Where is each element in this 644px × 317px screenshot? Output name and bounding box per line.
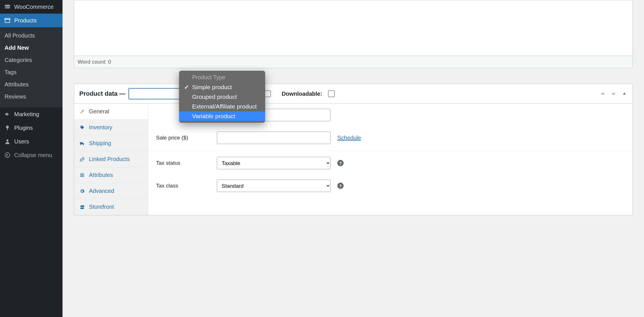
sidebar-item-label: Plugins <box>14 125 33 131</box>
schedule-link[interactable]: Schedule <box>337 135 361 141</box>
archive-icon <box>4 17 11 24</box>
svg-point-4 <box>6 139 8 141</box>
woocommerce-icon: WOO <box>4 3 11 10</box>
sale-price-input[interactable] <box>217 132 331 144</box>
sidebar-item-users[interactable]: Users <box>0 135 63 148</box>
downloadable-label: Downloadable: <box>282 91 322 97</box>
dropdown-option-grouped[interactable]: Grouped product <box>179 92 265 102</box>
svg-rect-2 <box>5 19 10 22</box>
sidebar-item-marketing[interactable]: Marketing <box>0 107 63 121</box>
panel-title: Product data — <box>79 90 126 97</box>
submenu-reviews[interactable]: Reviews <box>0 91 63 103</box>
wrench-icon <box>79 109 85 114</box>
panel-title-dash: — <box>117 90 125 97</box>
svg-point-5 <box>5 153 10 158</box>
admin-sidebar: WOO WooCommerce Products All Products Ad… <box>0 0 63 317</box>
editor-box: Word count: 0 <box>74 0 633 68</box>
plug-icon <box>4 124 11 131</box>
submenu-tags[interactable]: Tags <box>0 66 63 78</box>
sidebar-item-label: WooCommerce <box>14 4 54 10</box>
tab-label: General <box>89 108 109 115</box>
tab-label: Advanced <box>89 188 114 194</box>
tab-label: Attributes <box>89 172 113 178</box>
dropdown-option-variable[interactable]: Variable product <box>179 111 265 121</box>
main-content: Word count: 0 Product data — ? | Virtual… <box>63 0 644 317</box>
tax-class-label: Tax class <box>156 183 210 189</box>
tab-advanced[interactable]: Advanced <box>74 183 148 199</box>
sidebar-item-woocommerce[interactable]: WOO WooCommerce <box>0 0 63 14</box>
tab-linked-products[interactable]: Linked Products <box>74 151 148 167</box>
tab-label: Storefront <box>89 204 114 210</box>
sidebar-item-label: Users <box>14 138 29 145</box>
tab-general[interactable]: General <box>74 104 148 120</box>
submenu-all-products[interactable]: All Products <box>0 30 63 42</box>
submenu-attributes[interactable]: Attributes <box>0 78 63 91</box>
collapse-icon <box>4 152 11 158</box>
gear-icon <box>79 189 85 194</box>
submenu-categories[interactable]: Categories <box>0 54 63 66</box>
link-icon <box>79 157 85 162</box>
help-icon[interactable]: ? <box>337 183 344 189</box>
panel-up-icon[interactable] <box>600 91 606 97</box>
tax-status-label: Tax status <box>156 160 210 166</box>
user-icon <box>4 138 11 145</box>
panel-down-icon[interactable] <box>611 91 616 97</box>
dropdown-option-external[interactable]: External/Affiliate product <box>179 102 265 111</box>
submenu-add-new[interactable]: Add New <box>0 42 63 54</box>
editor-body[interactable] <box>74 0 632 56</box>
tab-label: Linked Products <box>89 156 130 162</box>
panel-collapse-icon[interactable] <box>622 91 627 97</box>
sale-price-label: Sale price ($) <box>156 135 210 141</box>
tax-class-select[interactable]: Standard <box>217 180 331 192</box>
downloadable-checkbox[interactable] <box>328 90 335 97</box>
sidebar-item-label: Marketing <box>14 111 39 118</box>
svg-rect-3 <box>5 18 10 20</box>
product-data-panel: Product data — ? | Virtual: Downloadable… <box>74 84 633 215</box>
sidebar-item-label: Products <box>14 17 37 24</box>
tab-shipping[interactable]: Shipping <box>74 135 148 151</box>
panel-title-text: Product data <box>79 90 117 97</box>
product-type-dropdown: Product Type Simple product Grouped prod… <box>179 71 265 123</box>
tab-inventory[interactable]: Inventory <box>74 120 148 135</box>
truck-icon <box>79 141 85 146</box>
tab-attributes[interactable]: Attributes <box>74 167 148 183</box>
tax-status-select[interactable]: Taxable <box>217 157 331 169</box>
dropdown-header: Product Type <box>179 72 265 82</box>
collapse-menu[interactable]: Collapse menu <box>0 148 63 162</box>
sidebar-item-label: Collapse menu <box>14 152 52 158</box>
products-submenu: All Products Add New Categories Tags Att… <box>0 27 63 107</box>
store-icon <box>79 205 85 210</box>
svg-text:WOO: WOO <box>5 6 11 8</box>
editor-status: Word count: 0 <box>74 56 632 68</box>
svg-rect-6 <box>80 174 84 174</box>
sidebar-item-plugins[interactable]: Plugins <box>0 121 63 135</box>
tab-label: Inventory <box>89 124 112 131</box>
help-icon[interactable]: ? <box>337 160 344 166</box>
product-tabs: General Inventory Shipping Linked Produc… <box>74 104 148 215</box>
megaphone-icon <box>4 111 11 118</box>
tag-icon <box>79 125 85 130</box>
panel-header: Product data — ? | Virtual: Downloadable… <box>74 84 632 104</box>
dropdown-option-simple[interactable]: Simple product <box>179 82 265 92</box>
svg-rect-8 <box>80 176 84 177</box>
list-icon <box>79 173 85 178</box>
field-separator <box>148 150 632 151</box>
tab-label: Shipping <box>89 140 111 147</box>
word-count: Word count: 0 <box>78 59 111 65</box>
sidebar-item-products[interactable]: Products <box>0 14 63 27</box>
tab-storefront[interactable]: Storefront <box>74 199 148 215</box>
svg-rect-7 <box>80 175 84 175</box>
